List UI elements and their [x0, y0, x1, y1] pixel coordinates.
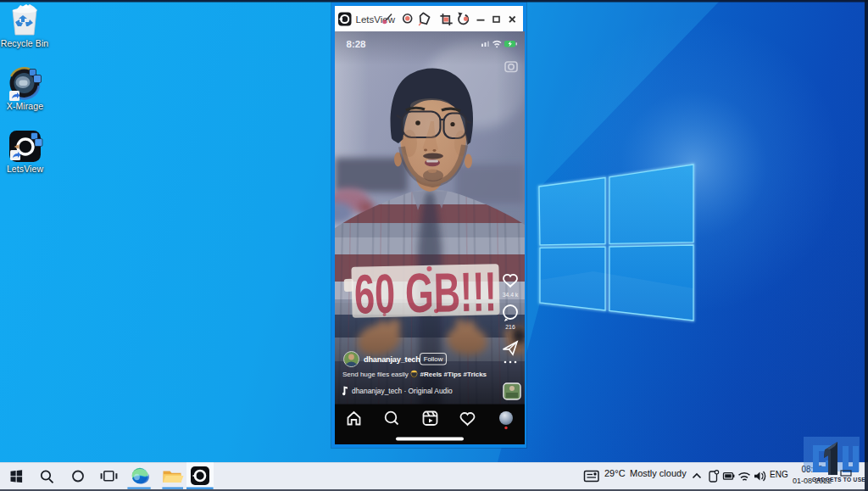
svg-text:#Reels #Tips #Tricks: #Reels #Tips #Tricks	[420, 371, 487, 378]
svg-text:GADGETS TO USE: GADGETS TO USE	[812, 477, 865, 483]
svg-text:Follow: Follow	[423, 356, 442, 364]
svg-text:216: 216	[505, 324, 515, 330]
svg-text:dhananjay_tech: dhananjay_tech	[364, 355, 420, 364]
svg-text:8:28: 8:28	[346, 39, 366, 49]
svg-text:dhananjay_tech · Original Audi: dhananjay_tech · Original Audio	[352, 387, 453, 395]
svg-text:34.4 k: 34.4 k	[502, 292, 518, 298]
svg-text:Send huge files easily: Send huge files easily	[342, 371, 409, 378]
